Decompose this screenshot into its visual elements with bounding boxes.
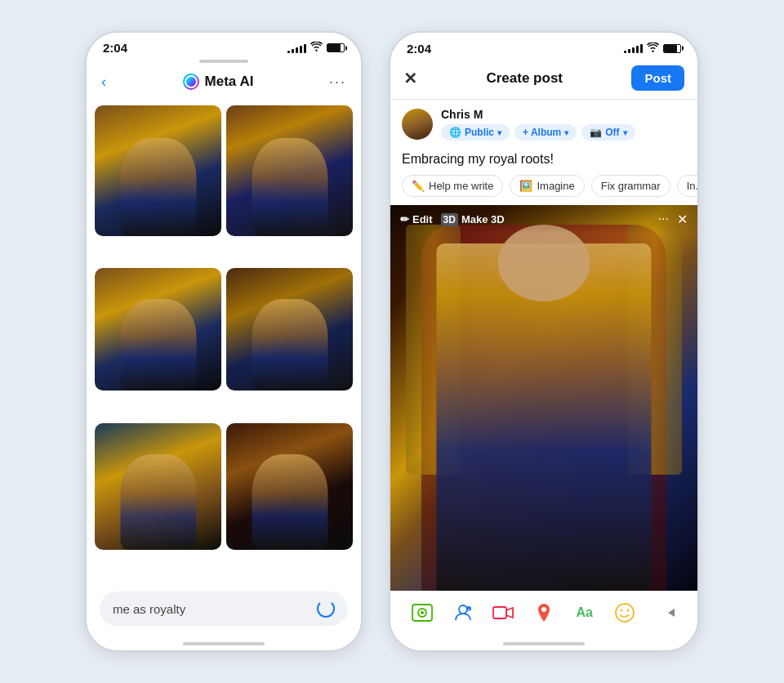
meta-ai-label: Meta AI [205,74,254,90]
status-icons-left [287,42,345,54]
camera-chip[interactable]: 📷 Off ▾ [581,124,635,141]
battery-icon [327,43,345,52]
user-options: 🌐 Public ▾ + Album ▾ 📷 Off ▾ [441,124,635,141]
close-button[interactable]: ✕ [403,69,417,88]
signal-icon [287,43,306,53]
chevron-down-icon-album: ▾ [564,128,568,137]
more-button[interactable]: ··· [329,74,346,91]
more-chip[interactable]: In... [677,175,697,197]
svg-rect-8 [493,607,506,618]
time-left: 2:04 [103,41,127,55]
battery-icon-right [663,44,681,53]
video-icon[interactable] [490,600,516,626]
home-indicator-left [87,639,361,650]
text-format-icon[interactable]: Aa [572,600,598,626]
imagine-chip[interactable]: 🖼️ Imagine [510,175,584,197]
emoji-icon[interactable] [612,600,638,626]
ai-chips: ✏️ Help me write 🖼️ Imagine Fix grammar … [390,175,697,205]
more-label: In... [687,180,697,192]
status-bar-right: 2:04 [390,33,697,59]
globe-icon: 🌐 [449,127,461,138]
album-label: + Album [523,127,561,138]
imagine-label: Imagine [537,180,574,192]
create-post-title: Create post [486,70,563,87]
album-chip[interactable]: + Album ▾ [514,124,577,141]
status-bar-left: 2:04 [87,33,361,58]
svg-point-10 [541,607,546,612]
location-icon[interactable] [531,600,557,626]
imagine-icon: 🖼️ [519,180,532,192]
create-post-header: ✕ Create post Post [390,59,697,100]
more-options-icon[interactable] [653,600,679,626]
visibility-label: Public [465,127,494,138]
grid-image-6[interactable] [226,423,353,550]
photo-icon[interactable] [409,600,435,626]
grid-image-1[interactable] [95,105,221,236]
status-icons-right [624,41,681,56]
grid-image-5[interactable] [95,423,221,550]
wifi-icon [310,42,323,54]
svg-marker-14 [668,609,675,617]
cube-icon: 3D [441,213,458,226]
camera-label: Off [605,127,619,138]
pencil-icon: ✏️ [412,180,425,192]
help-write-chip[interactable]: ✏️ Help me write [402,175,503,197]
left-header: ‹ Meta AI ··· [87,66,361,99]
fix-grammar-chip[interactable]: Fix grammar [591,175,670,197]
meta-ai-logo [182,73,200,91]
signal-icon-right [624,43,643,53]
grid-image-4[interactable] [226,268,353,391]
grid-image-3[interactable] [95,268,221,391]
preview-image-bg [390,205,697,591]
post-button[interactable]: Post [631,65,684,91]
wifi-icon-right [647,41,659,56]
preview-head [498,225,590,301]
make3d-button[interactable]: 3D Make 3D [441,213,505,226]
fix-grammar-label: Fix grammar [601,180,661,192]
avatar [402,109,433,140]
grid-image-2[interactable] [226,105,353,236]
svg-point-4 [421,611,424,614]
edit-icon: ✏ [400,213,409,225]
svg-point-5 [459,605,467,614]
back-button[interactable]: ‹ [101,74,106,91]
home-indicator-right [390,639,697,650]
search-bar[interactable]: me as royalty [100,591,348,626]
meta-ai-title: Meta AI [182,73,254,91]
svg-point-12 [621,609,623,612]
search-container: me as royalty [87,583,361,639]
refresh-icon[interactable] [317,600,335,618]
preview-more-button[interactable]: ··· [658,212,669,227]
right-phone: 2:04 ✕ Create [389,31,699,652]
svg-marker-9 [506,608,513,618]
scroll-indicator [87,58,361,66]
post-text[interactable]: Embracing my royal roots! [390,145,697,175]
image-grid [87,99,361,583]
svg-point-11 [616,604,634,622]
search-input[interactable]: me as royalty [113,602,185,616]
bottom-toolbar: + Aa [390,591,697,639]
edit-button[interactable]: ✏ Edit [400,213,433,226]
left-phone: 2:04 [85,31,363,652]
image-preview: ✏ Edit 3D Make 3D ··· ✕ [390,205,697,591]
svg-point-13 [627,609,630,612]
preview-ctrl-left: ✏ Edit 3D Make 3D [400,213,505,226]
user-info: Chris M 🌐 Public ▾ + Album ▾ 📷 Off ▾ [441,108,635,141]
tag-people-icon[interactable]: + [450,600,476,626]
svg-text:+: + [467,607,470,612]
help-write-label: Help me write [429,180,493,192]
chevron-down-icon-camera: ▾ [623,128,627,137]
preview-controls: ✏ Edit 3D Make 3D ··· ✕ [390,205,697,234]
chevron-down-icon: ▾ [497,128,501,137]
user-row: Chris M 🌐 Public ▾ + Album ▾ 📷 Off ▾ [390,100,697,145]
preview-close-button[interactable]: ✕ [677,212,688,227]
camera-icon: 📷 [590,127,602,138]
visibility-chip[interactable]: 🌐 Public ▾ [441,124,510,141]
time-right: 2:04 [407,42,431,56]
user-name: Chris M [441,108,635,121]
